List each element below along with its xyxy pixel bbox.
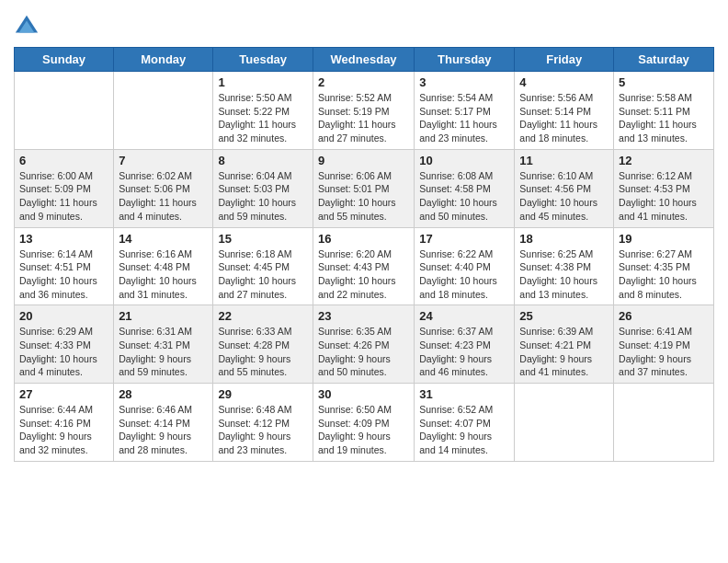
day-cell: 3Sunrise: 5:54 AM Sunset: 5:17 PM Daylig… bbox=[415, 72, 515, 150]
day-info: Sunrise: 6:14 AM Sunset: 4:51 PM Dayligh… bbox=[19, 247, 108, 302]
week-row-2: 6Sunrise: 6:00 AM Sunset: 5:09 PM Daylig… bbox=[15, 149, 714, 227]
day-number: 7 bbox=[119, 154, 208, 167]
day-info: Sunrise: 6:37 AM Sunset: 4:23 PM Dayligh… bbox=[419, 325, 509, 379]
day-info: Sunrise: 6:02 AM Sunset: 5:06 PM Dayligh… bbox=[119, 169, 208, 224]
day-number: 14 bbox=[119, 232, 208, 246]
day-info: Sunrise: 6:16 AM Sunset: 4:48 PM Dayligh… bbox=[119, 247, 208, 302]
day-cell: 11Sunrise: 6:10 AM Sunset: 4:56 PM Dayli… bbox=[515, 149, 614, 227]
day-number: 29 bbox=[218, 387, 308, 401]
day-cell: 19Sunrise: 6:27 AM Sunset: 4:35 PM Dayli… bbox=[614, 227, 714, 305]
day-number: 27 bbox=[19, 387, 108, 401]
day-number: 19 bbox=[619, 232, 709, 246]
day-number: 10 bbox=[419, 154, 509, 167]
weekday-row: SundayMondayTuesdayWednesdayThursdayFrid… bbox=[15, 48, 714, 72]
day-number: 31 bbox=[419, 387, 509, 401]
day-info: Sunrise: 6:39 AM Sunset: 4:21 PM Dayligh… bbox=[519, 325, 609, 379]
day-cell bbox=[614, 384, 714, 462]
day-info: Sunrise: 5:50 AM Sunset: 5:22 PM Dayligh… bbox=[218, 91, 308, 145]
page: SundayMondayTuesdayWednesdayThursdayFrid… bbox=[0, 0, 728, 563]
day-number: 12 bbox=[619, 154, 709, 167]
day-info: Sunrise: 6:31 AM Sunset: 4:31 PM Dayligh… bbox=[119, 325, 208, 379]
day-cell: 16Sunrise: 6:20 AM Sunset: 4:43 PM Dayli… bbox=[313, 227, 414, 305]
day-number: 3 bbox=[419, 75, 509, 89]
calendar-body: 1Sunrise: 5:50 AM Sunset: 5:22 PM Daylig… bbox=[15, 72, 714, 462]
day-number: 11 bbox=[519, 154, 609, 167]
day-cell bbox=[114, 72, 213, 150]
day-cell: 4Sunrise: 5:56 AM Sunset: 5:14 PM Daylig… bbox=[515, 72, 614, 150]
day-cell: 12Sunrise: 6:12 AM Sunset: 4:53 PM Dayli… bbox=[614, 149, 714, 227]
day-number: 18 bbox=[519, 232, 609, 246]
day-info: Sunrise: 6:18 AM Sunset: 4:45 PM Dayligh… bbox=[218, 247, 308, 302]
day-number: 25 bbox=[519, 309, 609, 323]
weekday-header-wednesday: Wednesday bbox=[313, 48, 414, 72]
day-cell: 14Sunrise: 6:16 AM Sunset: 4:48 PM Dayli… bbox=[114, 227, 213, 305]
day-cell: 27Sunrise: 6:44 AM Sunset: 4:16 PM Dayli… bbox=[15, 384, 114, 462]
day-number: 23 bbox=[318, 309, 409, 323]
day-cell: 20Sunrise: 6:29 AM Sunset: 4:33 PM Dayli… bbox=[15, 305, 114, 384]
day-number: 2 bbox=[318, 75, 409, 89]
day-info: Sunrise: 5:58 AM Sunset: 5:11 PM Dayligh… bbox=[619, 91, 709, 145]
day-number: 17 bbox=[419, 232, 509, 246]
day-number: 21 bbox=[119, 309, 208, 323]
weekday-header-thursday: Thursday bbox=[415, 48, 515, 72]
day-number: 22 bbox=[218, 309, 308, 323]
day-info: Sunrise: 5:52 AM Sunset: 5:19 PM Dayligh… bbox=[318, 91, 409, 145]
calendar: SundayMondayTuesdayWednesdayThursdayFrid… bbox=[14, 47, 714, 462]
day-number: 6 bbox=[19, 154, 108, 167]
logo-icon bbox=[14, 14, 40, 40]
weekday-header-saturday: Saturday bbox=[614, 48, 714, 72]
day-cell: 28Sunrise: 6:46 AM Sunset: 4:14 PM Dayli… bbox=[114, 384, 213, 462]
day-cell: 15Sunrise: 6:18 AM Sunset: 4:45 PM Dayli… bbox=[213, 227, 313, 305]
day-cell: 1Sunrise: 5:50 AM Sunset: 5:22 PM Daylig… bbox=[213, 72, 313, 150]
week-row-4: 20Sunrise: 6:29 AM Sunset: 4:33 PM Dayli… bbox=[15, 305, 714, 384]
day-number: 15 bbox=[218, 232, 308, 246]
day-info: Sunrise: 5:56 AM Sunset: 5:14 PM Dayligh… bbox=[519, 91, 609, 145]
day-number: 4 bbox=[519, 75, 609, 89]
week-row-5: 27Sunrise: 6:44 AM Sunset: 4:16 PM Dayli… bbox=[15, 384, 714, 462]
day-info: Sunrise: 6:00 AM Sunset: 5:09 PM Dayligh… bbox=[19, 169, 108, 224]
day-number: 24 bbox=[419, 309, 509, 323]
day-cell: 24Sunrise: 6:37 AM Sunset: 4:23 PM Dayli… bbox=[415, 305, 515, 384]
day-cell bbox=[15, 72, 114, 150]
day-info: Sunrise: 6:48 AM Sunset: 4:12 PM Dayligh… bbox=[218, 403, 308, 457]
day-number: 9 bbox=[318, 154, 409, 167]
day-number: 28 bbox=[119, 387, 208, 401]
day-info: Sunrise: 6:04 AM Sunset: 5:03 PM Dayligh… bbox=[218, 169, 308, 224]
day-number: 20 bbox=[19, 309, 108, 323]
day-number: 26 bbox=[619, 309, 709, 323]
day-info: Sunrise: 6:33 AM Sunset: 4:28 PM Dayligh… bbox=[218, 325, 308, 379]
day-info: Sunrise: 6:25 AM Sunset: 4:38 PM Dayligh… bbox=[519, 247, 609, 302]
day-info: Sunrise: 6:52 AM Sunset: 4:07 PM Dayligh… bbox=[419, 403, 509, 457]
header bbox=[14, 9, 714, 40]
week-row-3: 13Sunrise: 6:14 AM Sunset: 4:51 PM Dayli… bbox=[15, 227, 714, 305]
day-cell bbox=[515, 384, 614, 462]
day-cell: 22Sunrise: 6:33 AM Sunset: 4:28 PM Dayli… bbox=[213, 305, 313, 384]
day-cell: 5Sunrise: 5:58 AM Sunset: 5:11 PM Daylig… bbox=[614, 72, 714, 150]
weekday-header-tuesday: Tuesday bbox=[213, 48, 313, 72]
day-info: Sunrise: 6:22 AM Sunset: 4:40 PM Dayligh… bbox=[419, 247, 509, 302]
day-info: Sunrise: 6:35 AM Sunset: 4:26 PM Dayligh… bbox=[318, 325, 409, 379]
day-cell: 13Sunrise: 6:14 AM Sunset: 4:51 PM Dayli… bbox=[15, 227, 114, 305]
day-cell: 2Sunrise: 5:52 AM Sunset: 5:19 PM Daylig… bbox=[313, 72, 414, 150]
day-cell: 23Sunrise: 6:35 AM Sunset: 4:26 PM Dayli… bbox=[313, 305, 414, 384]
day-info: Sunrise: 6:50 AM Sunset: 4:09 PM Dayligh… bbox=[318, 403, 409, 457]
day-info: Sunrise: 6:12 AM Sunset: 4:53 PM Dayligh… bbox=[619, 169, 709, 224]
day-cell: 25Sunrise: 6:39 AM Sunset: 4:21 PM Dayli… bbox=[515, 305, 614, 384]
day-number: 8 bbox=[218, 154, 308, 167]
day-cell: 8Sunrise: 6:04 AM Sunset: 5:03 PM Daylig… bbox=[213, 149, 313, 227]
day-cell: 31Sunrise: 6:52 AM Sunset: 4:07 PM Dayli… bbox=[415, 384, 515, 462]
day-info: Sunrise: 6:08 AM Sunset: 4:58 PM Dayligh… bbox=[419, 169, 509, 224]
day-cell: 26Sunrise: 6:41 AM Sunset: 4:19 PM Dayli… bbox=[614, 305, 714, 384]
day-cell: 29Sunrise: 6:48 AM Sunset: 4:12 PM Dayli… bbox=[213, 384, 313, 462]
day-number: 30 bbox=[318, 387, 409, 401]
day-number: 1 bbox=[218, 75, 308, 89]
day-cell: 21Sunrise: 6:31 AM Sunset: 4:31 PM Dayli… bbox=[114, 305, 213, 384]
day-info: Sunrise: 6:44 AM Sunset: 4:16 PM Dayligh… bbox=[19, 403, 108, 457]
day-info: Sunrise: 6:41 AM Sunset: 4:19 PM Dayligh… bbox=[619, 325, 709, 379]
weekday-header-monday: Monday bbox=[114, 48, 213, 72]
day-cell: 6Sunrise: 6:00 AM Sunset: 5:09 PM Daylig… bbox=[15, 149, 114, 227]
day-info: Sunrise: 6:10 AM Sunset: 4:56 PM Dayligh… bbox=[519, 169, 609, 224]
day-cell: 7Sunrise: 6:02 AM Sunset: 5:06 PM Daylig… bbox=[114, 149, 213, 227]
day-info: Sunrise: 5:54 AM Sunset: 5:17 PM Dayligh… bbox=[419, 91, 509, 145]
day-cell: 10Sunrise: 6:08 AM Sunset: 4:58 PM Dayli… bbox=[415, 149, 515, 227]
